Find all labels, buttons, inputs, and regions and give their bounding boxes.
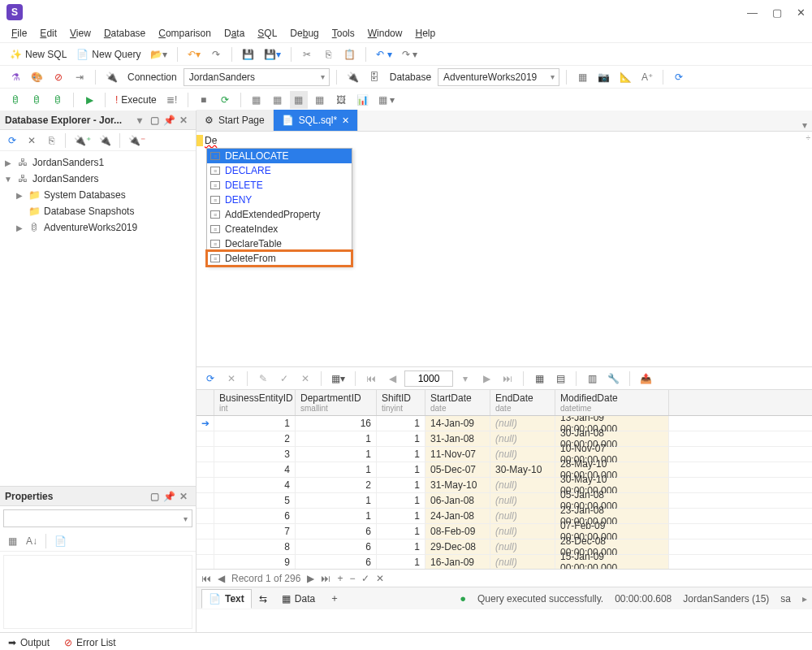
new-sql-button[interactable]: ✨ New SQL: [6, 46, 70, 63]
back-icon[interactable]: ↶▾: [184, 46, 204, 63]
paste-icon[interactable]: 📋: [340, 46, 359, 63]
table-row[interactable]: 21131-Jan-08(null)30-Jan-08 00:00:00.000: [197, 431, 812, 447]
grid-edit-icon[interactable]: ✎: [254, 370, 272, 388]
grid-cancel-icon[interactable]: ✕: [222, 370, 240, 388]
pager-first-icon[interactable]: ⏮: [362, 370, 380, 388]
view-grid-icon[interactable]: ▦: [530, 370, 548, 388]
pager-prev-icon[interactable]: ◀: [383, 370, 401, 388]
menu-tools[interactable]: Tools: [327, 26, 360, 41]
open-dropdown-icon[interactable]: 📂▾: [147, 46, 171, 63]
grid-body[interactable]: ➔116114-Jan-09(null)13-Jan-09 00:00:00.0…: [197, 416, 812, 569]
table-row[interactable]: 42131-May-10(null)30-May-10 00:00:00.000: [197, 478, 812, 493]
view-card-icon[interactable]: ▤: [551, 370, 569, 388]
tab-sql-close-icon[interactable]: ✕: [342, 115, 349, 126]
menu-comparison[interactable]: Comparison: [153, 26, 216, 41]
error-list-tab[interactable]: ⊘ Error List: [64, 637, 116, 648]
db-3-icon[interactable]: 🛢: [49, 91, 67, 109]
btab-swap[interactable]: ⇆: [252, 589, 274, 609]
nav-commit-icon[interactable]: ✓: [361, 573, 369, 584]
pager-dropdown-icon[interactable]: ▾: [456, 370, 474, 388]
db-2-icon[interactable]: 🛢: [28, 91, 45, 109]
table-row[interactable]: 31111-Nov-07(null)10-Nov-07 00:00:00.000: [197, 447, 812, 462]
nav-last-icon[interactable]: ⏭: [321, 573, 330, 584]
database-combo[interactable]: AdventureWorks2019: [438, 68, 559, 86]
db-plug-icon[interactable]: 🔌: [343, 68, 362, 86]
flask-icon[interactable]: ⚗: [6, 68, 24, 86]
view-text-icon[interactable]: ▥: [583, 370, 601, 388]
menu-debug[interactable]: Debug: [285, 26, 323, 41]
ruler-icon[interactable]: 📐: [616, 68, 635, 86]
more-icon[interactable]: ▦ ▾: [375, 91, 398, 109]
tree-node-adventureworks[interactable]: ▶🛢AdventureWorks2019: [2, 219, 194, 236]
props-pin-icon[interactable]: 📌: [162, 491, 176, 502]
text-size-icon[interactable]: A⁺: [638, 68, 656, 86]
tab-start-page[interactable]: ⚙ Start Page: [197, 110, 274, 131]
menu-sql[interactable]: SQL: [253, 26, 282, 41]
grid-1-icon[interactable]: ▦: [248, 91, 266, 109]
run-icon[interactable]: ▶: [80, 91, 98, 109]
indent-icon[interactable]: ⇥: [71, 68, 89, 86]
table-row[interactable]: 41105-Dec-0730-May-1028-May-10 00:00:00.…: [197, 462, 812, 478]
autocomplete-item[interactable]: ≡DELETE: [207, 178, 352, 193]
export-icon[interactable]: 📤: [637, 370, 655, 388]
btab-text[interactable]: 📄 Text: [201, 589, 252, 609]
panel-close-icon[interactable]: ✕: [176, 115, 191, 126]
exec-to-icon[interactable]: ≣!: [163, 91, 181, 109]
table-row[interactable]: 76108-Feb-09(null)07-Feb-09 00:00:00.000: [197, 524, 812, 540]
connection-combo[interactable]: JordanSanders: [184, 68, 330, 86]
properties-selector[interactable]: [3, 509, 192, 527]
redo-icon[interactable]: ↷ ▾: [399, 46, 421, 63]
image-icon[interactable]: 🖼: [332, 91, 350, 109]
save-icon[interactable]: 💾: [239, 46, 257, 63]
pager-size-input[interactable]: [404, 370, 453, 387]
view-find-icon[interactable]: 🔧: [604, 370, 623, 388]
props-close-icon[interactable]: ✕: [176, 491, 191, 502]
btab-data[interactable]: ▦ Data: [274, 589, 322, 609]
forward-icon[interactable]: ↷: [207, 46, 225, 63]
grid-4-icon[interactable]: ▦: [311, 91, 329, 109]
dbexp-filter1-icon[interactable]: 🔌⁺: [71, 132, 94, 150]
menu-window[interactable]: Window: [363, 26, 408, 41]
grid-refresh-icon[interactable]: ⟳: [201, 370, 219, 388]
pager-last-icon[interactable]: ⏭: [499, 370, 516, 388]
output-tab[interactable]: ➡ Output: [8, 637, 50, 648]
menu-help[interactable]: Help: [410, 26, 440, 41]
plug-icon[interactable]: 🔌: [102, 68, 121, 86]
nav-first-icon[interactable]: ⏮: [201, 573, 211, 584]
props-pages-icon[interactable]: 📄: [51, 532, 70, 550]
db-icon[interactable]: 🗄: [365, 68, 383, 86]
window-close-button[interactable]: ✕: [797, 6, 806, 19]
window-minimize-button[interactable]: —: [747, 6, 758, 19]
new-query-button[interactable]: 📄 New Query: [73, 46, 144, 63]
panel-maximize-icon[interactable]: ▢: [147, 115, 162, 126]
reload-icon[interactable]: ⟳: [216, 91, 234, 109]
tabs-dropdown-icon[interactable]: ▾: [797, 119, 812, 131]
menu-edit[interactable]: Edit: [35, 26, 62, 41]
autocomplete-item[interactable]: ≡CreateIndex: [207, 222, 352, 236]
pager-next-icon[interactable]: ▶: [477, 370, 495, 388]
autocomplete-item[interactable]: ≡DeclareTable: [207, 236, 352, 251]
tree-node-jordansanders[interactable]: ▼🖧JordanSanders: [2, 171, 194, 187]
dbexp-copy-icon[interactable]: ⎘: [42, 132, 60, 150]
undo-icon[interactable]: ↶ ▾: [373, 46, 395, 63]
menu-database[interactable]: Database: [99, 26, 150, 41]
dbexp-delete-icon[interactable]: ✕: [23, 132, 41, 150]
table-row[interactable]: 61124-Jan-08(null)23-Jan-08 00:00:00.000: [197, 509, 812, 524]
cut-icon[interactable]: ✂: [298, 46, 316, 63]
table-row[interactable]: 51106-Jan-08(null)05-Jan-08 00:00:00.000: [197, 493, 812, 509]
editor-split-icon[interactable]: ÷: [806, 133, 811, 142]
nav-next-icon[interactable]: ▶: [307, 573, 314, 584]
props-maximize-icon[interactable]: ▢: [147, 491, 162, 502]
nav-remove-icon[interactable]: −: [349, 573, 355, 584]
refresh-icon[interactable]: ⟳: [670, 68, 688, 86]
props-sort-icon[interactable]: A↓: [23, 532, 41, 550]
nav-cancel-icon[interactable]: ✕: [376, 573, 384, 584]
autocomplete-item[interactable]: ≡DECLARE: [207, 163, 352, 178]
dbexp-filter2-icon[interactable]: 🔌: [96, 132, 114, 150]
props-cat-icon[interactable]: ▦: [3, 532, 21, 550]
tree-node-jordansanders1[interactable]: ▶🖧JordanSanders1: [2, 154, 194, 171]
status-more-icon[interactable]: ▸: [802, 593, 807, 604]
save-all-icon[interactable]: 💾▾: [261, 46, 284, 63]
chart-icon[interactable]: 📊: [353, 91, 372, 109]
tree-node-snapshots[interactable]: 📁Database Snapshots: [2, 203, 194, 219]
